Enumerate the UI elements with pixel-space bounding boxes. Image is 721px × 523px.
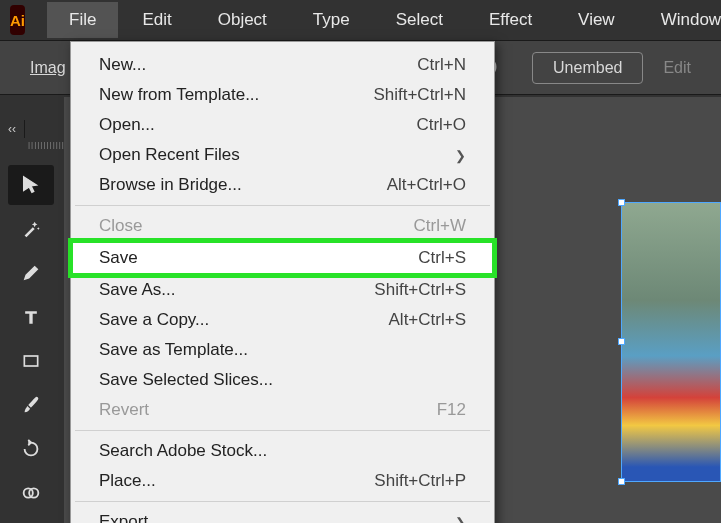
menu-item-open-recent[interactable]: Open Recent Files❯ [71,140,494,170]
menu-item-save-as[interactable]: Save As...Shift+Ctrl+S [71,275,494,305]
menu-item-export[interactable]: Export❯ [71,507,494,523]
magic-wand-tool[interactable] [8,209,54,249]
placed-image-selection[interactable] [621,202,721,482]
menu-window[interactable]: Window [639,2,721,38]
toolbar [3,165,58,513]
menu-item-save-copy[interactable]: Save a Copy...Alt+Ctrl+S [71,305,494,335]
selection-handle[interactable] [618,199,625,206]
menu-item-new-from-template[interactable]: New from Template...Shift+Ctrl+N [71,80,494,110]
submenu-arrow-icon: ❯ [455,515,466,524]
menu-effect[interactable]: Effect [467,2,554,38]
menu-item-place[interactable]: Place...Shift+Ctrl+P [71,466,494,496]
selection-handle[interactable] [618,338,625,345]
menu-separator [75,205,490,206]
paintbrush-tool[interactable] [8,385,54,425]
menubar: Ai File Edit Object Type Select Effect V… [0,0,721,40]
menu-object[interactable]: Object [196,2,289,38]
pen-tool[interactable] [8,253,54,293]
menu-file[interactable]: File [47,2,118,38]
menu-item-revert: RevertF12 [71,395,494,425]
rotate-tool[interactable] [8,429,54,469]
options-image-label[interactable]: Imag [30,59,66,77]
collapse-panels-button[interactable]: ‹‹ [0,120,25,138]
menu-type[interactable]: Type [291,2,372,38]
placed-image [622,203,720,481]
file-menu-dropdown: New...Ctrl+N New from Template...Shift+C… [70,41,495,523]
menu-separator [75,501,490,502]
shape-builder-tool[interactable] [8,473,54,513]
menu-item-open[interactable]: Open...Ctrl+O [71,110,494,140]
menu-separator [75,430,490,431]
rectangle-tool[interactable] [8,341,54,381]
menu-item-new[interactable]: New...Ctrl+N [71,50,494,80]
menu-item-save[interactable]: SaveCtrl+S [71,241,494,275]
edit-label: Edit [663,59,691,77]
app-logo: Ai [10,5,25,35]
menu-item-save-template[interactable]: Save as Template... [71,335,494,365]
type-tool[interactable] [8,297,54,337]
selection-handle[interactable] [618,478,625,485]
menu-select[interactable]: Select [374,2,465,38]
menu-item-browse-bridge[interactable]: Browse in Bridge...Alt+Ctrl+O [71,170,494,200]
selection-tool[interactable] [8,165,54,205]
menu-item-search-stock[interactable]: Search Adobe Stock... [71,436,494,466]
menu-view[interactable]: View [556,2,637,38]
unembed-button[interactable]: Unembed [532,52,643,84]
submenu-arrow-icon: ❯ [455,148,466,163]
menu-edit[interactable]: Edit [120,2,193,38]
menu-item-save-slices[interactable]: Save Selected Slices... [71,365,494,395]
svg-rect-0 [24,356,37,366]
menu-item-close: CloseCtrl+W [71,211,494,241]
